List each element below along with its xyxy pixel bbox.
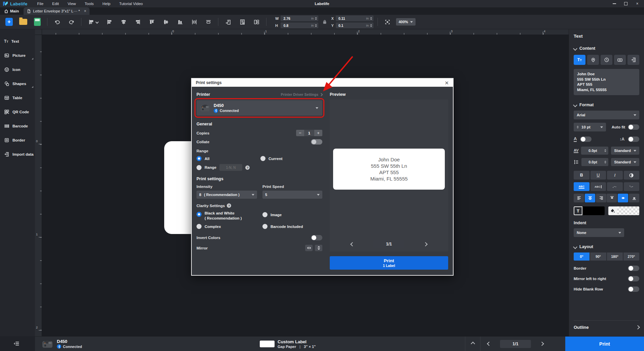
preview-next-button[interactable] bbox=[423, 242, 428, 246]
font-family-dropdown[interactable]: Arial bbox=[574, 111, 639, 119]
zoom-level-dropdown[interactable]: 400% bbox=[396, 18, 416, 26]
dialog-close-icon[interactable]: ✕ bbox=[444, 80, 449, 85]
align-text-center-button[interactable] bbox=[585, 194, 595, 202]
printer-status[interactable]: D450 Connected bbox=[41, 337, 82, 351]
italic-button[interactable]: I bbox=[607, 171, 623, 180]
center-horizontally-on-label-button[interactable] bbox=[188, 17, 200, 27]
content-type-text-button[interactable]: TT bbox=[574, 55, 585, 65]
align-middle-vertical-button[interactable] bbox=[160, 17, 172, 27]
align-text-middle-button[interactable] bbox=[618, 194, 628, 202]
sidebar-item-border[interactable]: Border bbox=[0, 133, 35, 147]
align-bottom-button[interactable] bbox=[174, 17, 186, 27]
dialog-print-button[interactable]: Print 1 Label bbox=[330, 256, 448, 270]
sidebar-item-table[interactable]: Table bbox=[0, 91, 35, 105]
print-button-main[interactable]: Print bbox=[565, 337, 644, 351]
range-help-icon[interactable]: ? bbox=[245, 165, 250, 170]
sidebar-item-picture[interactable]: Picture bbox=[0, 48, 35, 63]
mirror-vertical-button[interactable] bbox=[315, 245, 322, 251]
indent-dropdown[interactable]: None bbox=[574, 228, 624, 237]
menu-view[interactable]: View bbox=[64, 0, 80, 7]
menu-tutorial-video[interactable]: Tutorial Video bbox=[115, 0, 146, 7]
intensity-dropdown[interactable]: 8 ( Recommendation ) bbox=[196, 191, 257, 199]
printer-selector-dropdown[interactable]: D450 Connected bbox=[196, 100, 322, 116]
sidebar-item-text[interactable]: TT Text bbox=[0, 34, 35, 48]
bold-button[interactable]: B bbox=[574, 171, 589, 180]
text-arc-down-button[interactable] bbox=[624, 182, 640, 191]
maximize-button[interactable] bbox=[624, 2, 628, 6]
text-content-input[interactable]: John Doe 555 SW 55th Ln APT 555 Miami, F… bbox=[574, 69, 639, 95]
previous-page-button[interactable] bbox=[487, 342, 491, 346]
letter-spacing-field[interactable]: 0.0pt bbox=[581, 147, 608, 155]
clarity-help-icon[interactable]: ? bbox=[227, 203, 231, 208]
align-text-right-button[interactable] bbox=[596, 194, 606, 202]
undo-button[interactable] bbox=[51, 17, 63, 27]
text-color-control[interactable]: T bbox=[574, 206, 605, 215]
clarity-image-radio[interactable]: Image bbox=[262, 212, 282, 217]
text-decoration-toggle[interactable] bbox=[580, 136, 592, 142]
menu-tools[interactable]: Tools bbox=[81, 0, 98, 7]
x-field[interactable]: 0.11 in bbox=[336, 15, 373, 21]
mirror-left-right-toggle[interactable] bbox=[628, 276, 639, 281]
content-type-serial-button[interactable] bbox=[614, 55, 626, 65]
letter-spacing-mode-dropdown[interactable]: Standard bbox=[611, 147, 639, 155]
align-options-dropdown[interactable] bbox=[85, 17, 101, 27]
line-spacing-mode-dropdown[interactable]: Standard bbox=[611, 158, 639, 166]
border-toggle[interactable] bbox=[628, 266, 639, 271]
y-stepper[interactable] bbox=[370, 24, 372, 27]
sidebar-item-barcode[interactable]: Barcode bbox=[0, 119, 35, 133]
range-all-radio[interactable]: All bbox=[196, 156, 260, 161]
range-input[interactable] bbox=[219, 164, 242, 171]
rotate-270-button[interactable]: 270° bbox=[623, 252, 639, 261]
font-size-stepper[interactable] bbox=[577, 126, 579, 128]
sidebar-item-shapes[interactable]: Shapes bbox=[0, 77, 35, 91]
align-center-horizontal-button[interactable] bbox=[118, 17, 129, 27]
line-spacing-stepper[interactable] bbox=[604, 161, 606, 163]
next-page-button[interactable] bbox=[540, 342, 544, 346]
collapse-sidebar-icon[interactable] bbox=[13, 341, 20, 347]
invert-colors-toggle[interactable] bbox=[311, 235, 322, 240]
vertical-text-toggle[interactable] bbox=[628, 136, 639, 142]
sidebar-item-icon[interactable]: Icon bbox=[0, 63, 35, 77]
align-text-top-button[interactable] bbox=[607, 194, 617, 202]
align-right-button[interactable] bbox=[132, 17, 143, 27]
line-spacing-field[interactable]: 0.0pt bbox=[581, 158, 608, 166]
height-field[interactable]: 0.8 in bbox=[281, 23, 318, 28]
align-text-bottom-button[interactable] bbox=[629, 194, 639, 202]
align-top-button[interactable] bbox=[146, 17, 157, 27]
invert-text-color-button[interactable] bbox=[624, 171, 640, 180]
menu-help[interactable]: Help bbox=[99, 0, 114, 7]
width-stepper[interactable] bbox=[315, 17, 317, 20]
letter-spacing-stepper[interactable] bbox=[604, 149, 606, 152]
center-vertically-on-label-button[interactable] bbox=[203, 17, 214, 27]
print-preview-button[interactable] bbox=[237, 17, 248, 27]
text-direction-horizontal-button[interactable]: ABC bbox=[574, 182, 589, 191]
layout-section-header[interactable]: Layout bbox=[574, 244, 639, 249]
x-stepper[interactable] bbox=[370, 17, 372, 20]
range-current-radio[interactable]: Current bbox=[260, 156, 283, 161]
underline-button[interactable]: U bbox=[591, 171, 606, 180]
font-size-dropdown[interactable]: 10 pt bbox=[574, 123, 606, 131]
import-template-button[interactable] bbox=[222, 17, 234, 27]
rotate-90-button[interactable]: 90° bbox=[590, 252, 606, 261]
save-button[interactable] bbox=[32, 17, 43, 27]
width-field[interactable]: 2.76 in bbox=[281, 15, 318, 21]
content-type-datetime-button[interactable] bbox=[601, 55, 612, 65]
open-file-button[interactable] bbox=[17, 17, 29, 27]
close-button[interactable]: × bbox=[635, 2, 639, 6]
range-custom-radio[interactable] bbox=[196, 165, 202, 170]
content-type-address-button[interactable] bbox=[587, 55, 599, 65]
print-speed-dropdown[interactable]: 5 bbox=[262, 191, 322, 199]
menu-edit[interactable]: Edit bbox=[48, 0, 63, 7]
rotate-0-button[interactable]: 0° bbox=[574, 252, 589, 261]
content-type-import-button[interactable] bbox=[628, 55, 639, 65]
height-stepper[interactable] bbox=[315, 24, 317, 27]
tab-main[interactable]: Main bbox=[0, 7, 24, 15]
clarity-barcode-radio[interactable]: Barcode Included bbox=[262, 224, 303, 229]
redo-button[interactable] bbox=[66, 17, 77, 27]
align-text-left-button[interactable] bbox=[574, 194, 584, 202]
minimize-button[interactable] bbox=[612, 2, 616, 6]
new-file-button[interactable]: + bbox=[3, 17, 15, 27]
autofit-toggle[interactable] bbox=[628, 124, 639, 130]
expand-panel-button[interactable] bbox=[465, 337, 480, 351]
content-section-header[interactable]: Content bbox=[574, 46, 639, 51]
